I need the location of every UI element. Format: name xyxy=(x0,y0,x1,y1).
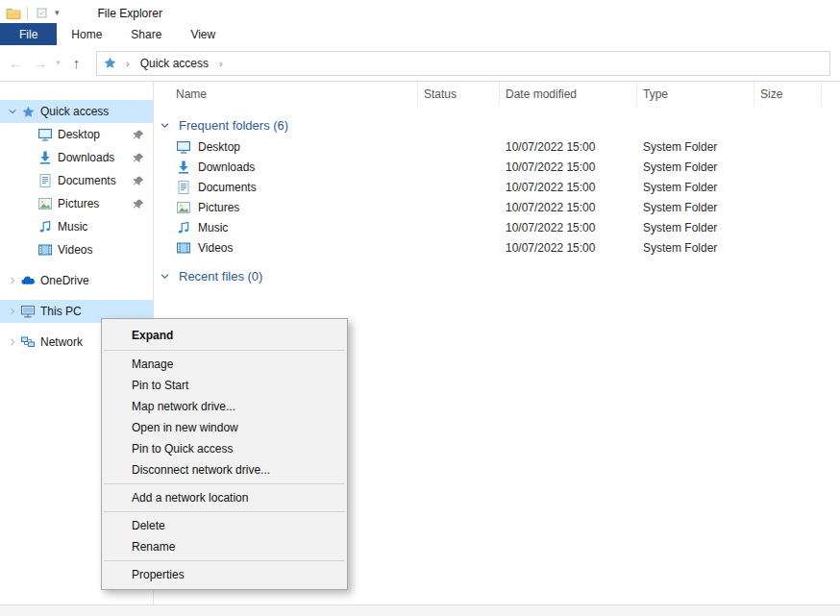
address-row: ← → ▾ ↑ › Quick access › xyxy=(0,45,840,82)
date-modified-cell: 10/07/2022 15:00 xyxy=(500,201,637,214)
tab-share[interactable]: Share xyxy=(116,23,176,45)
pin-icon xyxy=(133,175,145,187)
sidebar-item-quick-access[interactable]: Quick access xyxy=(0,100,153,123)
menu-item-pin-to-start[interactable]: Pin to Start xyxy=(102,375,347,396)
file-row-downloads[interactable]: Downloads10/07/2022 15:00System Folder xyxy=(154,157,840,177)
menu-item-properties[interactable]: Properties xyxy=(102,564,347,585)
column-header-date-modified[interactable]: Date modified xyxy=(500,82,637,107)
column-header-size[interactable]: Size xyxy=(754,82,822,107)
chevron-down-icon xyxy=(160,118,173,132)
breadcrumb-chevron-icon[interactable]: › xyxy=(212,58,230,69)
chevron-down-icon xyxy=(160,269,173,283)
star-icon xyxy=(20,104,36,119)
sidebar-item-onedrive[interactable]: OneDrive xyxy=(0,269,153,292)
sidebar-item-music[interactable]: Music xyxy=(0,215,153,238)
recent-locations-dropdown-icon[interactable]: ▾ xyxy=(52,59,64,67)
sidebar-item-label: This PC xyxy=(40,305,82,318)
type-cell: System Folder xyxy=(637,181,754,194)
back-button[interactable]: ← xyxy=(4,56,28,70)
group-label: Recent files (0) xyxy=(179,269,262,283)
pin-icon xyxy=(133,152,145,164)
date-modified-cell: 10/07/2022 15:00 xyxy=(500,140,637,154)
address-bar[interactable]: › Quick access › xyxy=(96,51,830,76)
forward-button[interactable]: → xyxy=(28,56,52,70)
file-name: Downloads xyxy=(198,160,255,174)
customize-toolbar-dropdown-icon[interactable]: ▾ xyxy=(55,9,60,17)
menu-item-open-in-new-window[interactable]: Open in new window xyxy=(102,417,347,438)
column-header-name[interactable]: Name xyxy=(176,82,418,107)
type-cell: System Folder xyxy=(637,201,754,214)
chevron-right-icon[interactable] xyxy=(5,273,20,288)
sidebar-item-label: Pictures xyxy=(58,197,99,210)
tab-home[interactable]: Home xyxy=(57,23,116,45)
menu-item-pin-to-quick-access[interactable]: Pin to Quick access xyxy=(102,438,347,459)
sidebar-item-label: Videos xyxy=(58,243,92,257)
desktop-icon xyxy=(176,139,191,155)
sidebar-item-videos[interactable]: Videos xyxy=(0,238,153,261)
menu-item-manage[interactable]: Manage xyxy=(102,354,347,375)
tab-file[interactable]: File xyxy=(0,23,57,45)
sidebar-item-pictures[interactable]: Pictures xyxy=(0,192,153,215)
name-cell: Documents xyxy=(176,180,418,195)
tab-view[interactable]: View xyxy=(176,23,230,45)
sidebar-item-label: Downloads xyxy=(58,151,114,164)
downloads-icon xyxy=(176,160,191,175)
up-button[interactable]: ↑ xyxy=(64,56,88,70)
group-header-frequent-folders[interactable]: Frequent folders (6) xyxy=(154,113,840,136)
file-row-documents[interactable]: Documents10/07/2022 15:00System Folder xyxy=(154,177,840,197)
downloads-icon xyxy=(37,150,53,165)
pictures-icon xyxy=(176,200,191,215)
breadcrumb-chevron-icon[interactable]: › xyxy=(119,58,136,69)
chevron-down-icon[interactable] xyxy=(5,104,20,119)
sidebar-item-label: Documents xyxy=(58,174,116,187)
status-bar xyxy=(0,604,840,616)
sidebar-item-documents[interactable]: Documents xyxy=(0,169,153,192)
desktop-icon xyxy=(37,127,53,142)
sidebar-item-label: Music xyxy=(58,220,87,234)
name-cell: Videos xyxy=(176,240,418,256)
sidebar-item-label: Quick access xyxy=(40,105,109,118)
sidebar-item-label: Network xyxy=(40,335,83,349)
indent-spacer xyxy=(22,196,37,211)
breadcrumb-location[interactable]: Quick access xyxy=(138,57,210,70)
column-header-type[interactable]: Type xyxy=(637,82,754,107)
menu-item-disconnect-network-drive[interactable]: Disconnect network drive... xyxy=(102,459,347,480)
group-header-recent-files[interactable]: Recent files (0) xyxy=(154,264,840,287)
menu-separator xyxy=(104,350,345,351)
menu-item-add-a-network-location[interactable]: Add a network location xyxy=(102,487,347,508)
sidebar-item-downloads[interactable]: Downloads xyxy=(0,146,153,169)
sidebar-item-desktop[interactable]: Desktop xyxy=(0,123,153,146)
chevron-right-icon[interactable] xyxy=(5,304,20,319)
file-row-desktop[interactable]: Desktop10/07/2022 15:00System Folder xyxy=(154,136,840,157)
name-cell: Downloads xyxy=(176,160,418,175)
type-cell: System Folder xyxy=(637,160,754,174)
menu-item-map-network-drive[interactable]: Map network drive... xyxy=(102,396,347,417)
file-row-videos[interactable]: Videos10/07/2022 15:00System Folder xyxy=(154,237,840,258)
indent-spacer xyxy=(22,150,37,165)
toolbar-separator xyxy=(27,7,28,20)
type-cell: System Folder xyxy=(637,221,754,234)
type-cell: System Folder xyxy=(637,241,754,255)
file-row-music[interactable]: Music10/07/2022 15:00System Folder xyxy=(154,217,840,237)
file-name: Documents xyxy=(198,181,257,194)
quick-access-star-icon xyxy=(102,56,117,71)
network-icon xyxy=(20,334,36,350)
date-modified-cell: 10/07/2022 15:00 xyxy=(500,160,637,174)
window-title: File Explorer xyxy=(98,7,162,20)
indent-spacer xyxy=(22,127,37,142)
date-modified-cell: 10/07/2022 15:00 xyxy=(500,221,637,234)
file-row-pictures[interactable]: Pictures10/07/2022 15:00System Folder xyxy=(154,197,840,217)
menu-separator xyxy=(104,560,345,561)
menu-item-expand[interactable]: Expand xyxy=(102,323,347,347)
quick-access-toolbar-button-icon[interactable] xyxy=(34,6,49,21)
group-label: Frequent folders (6) xyxy=(179,118,288,133)
date-modified-cell: 10/07/2022 15:00 xyxy=(500,241,637,255)
ribbon-tabs: FileHomeShareView xyxy=(0,23,840,45)
column-header-status[interactable]: Status xyxy=(418,82,500,107)
menu-item-delete[interactable]: Delete xyxy=(102,515,347,536)
menu-item-rename[interactable]: Rename xyxy=(102,536,347,557)
window-folder-icon[interactable] xyxy=(6,6,21,21)
music-icon xyxy=(176,220,191,235)
pictures-icon xyxy=(37,196,53,211)
chevron-right-icon[interactable] xyxy=(5,334,20,350)
